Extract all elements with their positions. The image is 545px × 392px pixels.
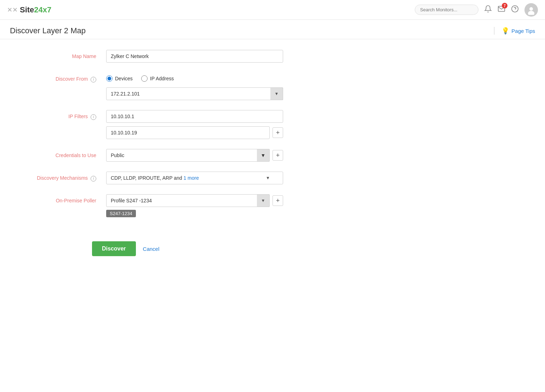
on-premise-select-arrow[interactable]: ▼	[257, 194, 270, 207]
app-header: ✕✕ Site24x7 7	[0, 0, 545, 20]
logo-icon: ✕✕ Site24x7	[7, 5, 51, 15]
devices-radio[interactable]	[106, 75, 113, 82]
ip-filter-row-1	[106, 110, 283, 123]
svg-point-3	[529, 7, 533, 11]
search-input[interactable]	[415, 5, 478, 15]
on-premise-tag: S247-1234	[106, 210, 136, 217]
devices-label: Devices	[115, 76, 133, 81]
avatar[interactable]	[524, 3, 538, 17]
discovery-mechanisms-display[interactable]: CDP, LLDP, IPROUTE, ARP and 1 more ▼	[106, 172, 283, 184]
map-name-control	[106, 50, 340, 63]
discovery-main-text: CDP, LLDP, IPROUTE, ARP and	[111, 175, 183, 181]
device-select-wrapper: 172.21.2.101 ▼	[106, 87, 283, 100]
page-tips-label: Page Tips	[511, 28, 535, 34]
main-form: Map Name Discover From i Devices IP Addr…	[0, 39, 354, 238]
bulb-icon: 💡	[501, 27, 509, 35]
credentials-select-container: Public ▼	[106, 149, 270, 162]
ip-filter-row-2: +	[106, 126, 283, 139]
on-premise-row: On-Premise Poller Profile S247 -1234 ▼ +…	[14, 194, 340, 217]
map-name-input[interactable]	[106, 50, 283, 63]
page-tips-link[interactable]: 💡 Page Tips	[494, 27, 535, 35]
discovery-mechanisms-label: Discovery Mechanisms i	[14, 172, 106, 181]
discovery-mechanisms-info-icon[interactable]: i	[91, 176, 96, 181]
credentials-control: Public ▼ +	[106, 149, 340, 162]
mail-badge: 7	[502, 3, 507, 8]
discovery-mechanisms-row: Discovery Mechanisms i CDP, LLDP, IPROUT…	[14, 172, 340, 184]
device-select[interactable]: 172.21.2.101	[106, 87, 283, 100]
add-on-premise-button[interactable]: +	[272, 195, 283, 206]
map-name-label-text: Map Name	[72, 53, 96, 59]
discovery-more-link[interactable]: 1 more	[183, 175, 199, 181]
on-premise-label-text: On-Premise Poller	[56, 198, 96, 203]
ip-filters-label: IP Filters i	[14, 110, 106, 120]
discovery-value-text: CDP, LLDP, IPROUTE, ARP and 1 more	[111, 175, 199, 181]
add-ip-filter-button[interactable]: +	[272, 127, 283, 138]
ip-filters-row: IP Filters i +	[14, 110, 340, 139]
discover-from-label: Discover From i	[14, 73, 106, 82]
credentials-row: Credentials to Use Public ▼ +	[14, 149, 340, 162]
logo-site: Site	[20, 5, 34, 14]
logo-brand: 24x7	[34, 5, 51, 14]
action-buttons-row: Discover Cancel	[0, 238, 545, 256]
ip-filter-input-2[interactable]	[106, 126, 270, 139]
on-premise-select[interactable]: Profile S247 -1234	[106, 194, 270, 207]
on-premise-select-wrapper: Profile S247 -1234 ▼ +	[106, 194, 283, 207]
page-title: Discover Layer 2 Map	[10, 26, 86, 35]
cross-icon: ✕✕	[7, 6, 18, 14]
device-select-arrow[interactable]: ▼	[270, 87, 283, 100]
discover-from-info-icon[interactable]: i	[91, 77, 96, 82]
logo-text: Site24x7	[20, 5, 51, 15]
header-right: 7	[415, 3, 538, 17]
discover-button[interactable]: Discover	[92, 241, 136, 256]
credentials-label: Credentials to Use	[14, 149, 106, 158]
credentials-label-text: Credentials to Use	[56, 152, 96, 158]
map-name-row: Map Name	[14, 50, 340, 63]
ip-filter-input-1[interactable]	[106, 110, 283, 123]
on-premise-label: On-Premise Poller	[14, 194, 106, 203]
discover-from-label-text: Discover From	[56, 76, 88, 82]
on-premise-select-container: Profile S247 -1234 ▼	[106, 194, 270, 207]
devices-radio-option[interactable]: Devices	[106, 75, 133, 82]
on-premise-control: Profile S247 -1234 ▼ + S247-1234	[106, 194, 340, 217]
discovery-mechanisms-label-text: Discovery Mechanisms	[37, 175, 88, 181]
discovery-mechanisms-control: CDP, LLDP, IPROUTE, ARP and 1 more ▼	[106, 172, 340, 184]
ip-filters-stack: +	[106, 110, 283, 139]
credentials-select-wrapper: Public ▼ +	[106, 149, 283, 162]
discover-from-row: Discover From i Devices IP Address 172.2…	[14, 73, 340, 100]
device-selector-wrapper: 172.21.2.101 ▼	[106, 87, 283, 100]
help-icon[interactable]	[511, 5, 519, 15]
page-header: Discover Layer 2 Map 💡 Page Tips	[0, 20, 545, 39]
ip-filters-label-text: IP Filters	[68, 114, 88, 119]
cancel-button[interactable]: Cancel	[137, 242, 165, 256]
mail-icon[interactable]: 7	[498, 5, 505, 15]
ip-filters-info-icon[interactable]: i	[91, 114, 96, 120]
ip-address-label: IP Address	[150, 76, 174, 81]
add-credential-button[interactable]: +	[272, 150, 283, 161]
ip-address-radio[interactable]	[141, 75, 148, 82]
bell-icon[interactable]	[484, 5, 492, 15]
map-name-label: Map Name	[14, 50, 106, 59]
ip-address-radio-option[interactable]: IP Address	[141, 75, 174, 82]
logo-area: ✕✕ Site24x7	[7, 5, 51, 15]
ip-filters-control: +	[106, 110, 340, 139]
credentials-select[interactable]: Public	[106, 149, 270, 162]
discover-from-control: Devices IP Address 172.21.2.101 ▼	[106, 73, 340, 100]
discover-from-radio-group: Devices IP Address	[106, 73, 340, 82]
discovery-dropdown-arrow: ▼	[266, 175, 270, 180]
